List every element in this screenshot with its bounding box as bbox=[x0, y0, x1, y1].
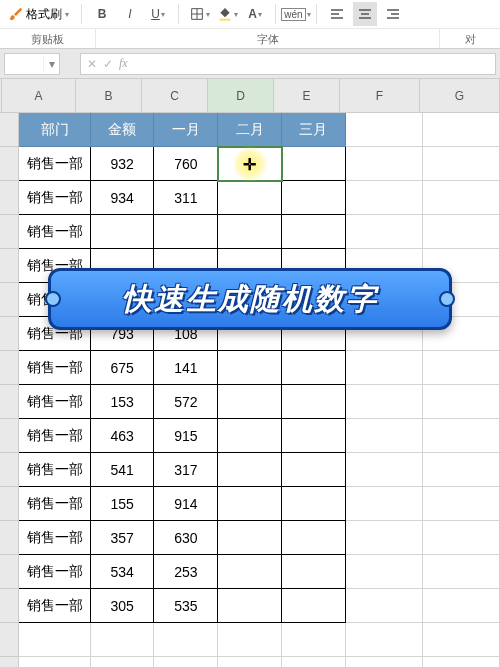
cell[interactable] bbox=[423, 215, 500, 249]
row-header[interactable] bbox=[0, 147, 19, 181]
cell[interactable] bbox=[346, 487, 423, 521]
cell[interactable] bbox=[282, 351, 346, 385]
cell[interactable] bbox=[91, 623, 155, 657]
cell[interactable]: 534 bbox=[91, 555, 155, 589]
cell[interactable] bbox=[19, 657, 90, 667]
cell[interactable]: 317 bbox=[154, 453, 218, 487]
cell[interactable]: 销售一部 bbox=[19, 453, 90, 487]
cell[interactable] bbox=[282, 385, 346, 419]
cell[interactable]: 销售一部 bbox=[19, 147, 90, 181]
cell[interactable]: 销售一部 bbox=[19, 487, 90, 521]
cell[interactable] bbox=[346, 181, 423, 215]
cell[interactable] bbox=[154, 623, 218, 657]
align-right-button[interactable] bbox=[381, 2, 405, 26]
cell[interactable] bbox=[282, 215, 346, 249]
accept-icon[interactable]: ✓ bbox=[103, 57, 113, 71]
cell[interactable]: 销售一部 bbox=[19, 385, 90, 419]
cell[interactable] bbox=[423, 147, 500, 181]
column-header-B[interactable]: B bbox=[76, 79, 142, 113]
cell[interactable] bbox=[282, 589, 346, 623]
cell[interactable] bbox=[423, 113, 500, 147]
cell[interactable] bbox=[346, 453, 423, 487]
row-header[interactable] bbox=[0, 623, 19, 657]
row-header[interactable] bbox=[0, 249, 19, 283]
cell[interactable] bbox=[423, 589, 500, 623]
cell[interactable] bbox=[218, 181, 282, 215]
cell[interactable] bbox=[423, 657, 500, 667]
cell[interactable]: 357 bbox=[91, 521, 155, 555]
column-header-E[interactable]: E bbox=[274, 79, 340, 113]
cell[interactable]: 销售一部 bbox=[19, 555, 90, 589]
column-header-C[interactable]: C bbox=[142, 79, 208, 113]
cell[interactable]: 253 bbox=[154, 555, 218, 589]
cell[interactable] bbox=[423, 385, 500, 419]
cell[interactable] bbox=[218, 623, 282, 657]
cell[interactable] bbox=[282, 419, 346, 453]
cancel-icon[interactable]: ✕ bbox=[87, 57, 97, 71]
cell[interactable]: 675 bbox=[91, 351, 155, 385]
cell[interactable]: 金额 bbox=[91, 113, 155, 147]
cell[interactable] bbox=[346, 589, 423, 623]
row-header[interactable] bbox=[0, 113, 19, 147]
cell[interactable]: 535 bbox=[154, 589, 218, 623]
row-header[interactable] bbox=[0, 453, 19, 487]
cell[interactable] bbox=[282, 181, 346, 215]
cell[interactable]: 三月 bbox=[282, 113, 346, 147]
cell[interactable] bbox=[154, 657, 218, 667]
row-header[interactable] bbox=[0, 283, 19, 317]
cell[interactable]: 572 bbox=[154, 385, 218, 419]
cell[interactable]: 932 bbox=[91, 147, 155, 181]
cell[interactable] bbox=[282, 555, 346, 589]
cell[interactable]: ✛ bbox=[218, 147, 282, 181]
cell[interactable] bbox=[423, 487, 500, 521]
row-header[interactable] bbox=[0, 589, 19, 623]
cell[interactable] bbox=[282, 453, 346, 487]
cell[interactable] bbox=[282, 657, 346, 667]
column-header-A[interactable]: A bbox=[2, 79, 76, 113]
cell[interactable]: 销售一部 bbox=[19, 419, 90, 453]
column-header-D[interactable]: D bbox=[208, 79, 274, 113]
bold-button[interactable]: B bbox=[90, 2, 114, 26]
align-left-button[interactable] bbox=[325, 2, 349, 26]
cell[interactable]: 305 bbox=[91, 589, 155, 623]
cell[interactable] bbox=[346, 521, 423, 555]
cell[interactable] bbox=[218, 419, 282, 453]
format-painter-button[interactable]: 格式刷 ▾ bbox=[4, 2, 73, 26]
cell[interactable] bbox=[218, 589, 282, 623]
cell[interactable]: 311 bbox=[154, 181, 218, 215]
cell[interactable] bbox=[154, 215, 218, 249]
row-header[interactable] bbox=[0, 351, 19, 385]
cell[interactable] bbox=[91, 657, 155, 667]
cell[interactable] bbox=[19, 623, 90, 657]
align-center-button[interactable] bbox=[353, 2, 377, 26]
cell[interactable]: 760 bbox=[154, 147, 218, 181]
row-header[interactable] bbox=[0, 317, 19, 351]
cell[interactable] bbox=[218, 215, 282, 249]
cell[interactable] bbox=[218, 385, 282, 419]
cell[interactable]: 销售一部 bbox=[19, 215, 90, 249]
cell[interactable] bbox=[218, 453, 282, 487]
cell[interactable] bbox=[346, 215, 423, 249]
fx-icon[interactable]: fx bbox=[119, 56, 128, 71]
cell[interactable]: 141 bbox=[154, 351, 218, 385]
row-header[interactable] bbox=[0, 385, 19, 419]
fill-color-button[interactable]: ▾ bbox=[215, 2, 239, 26]
row-header[interactable] bbox=[0, 419, 19, 453]
cell[interactable]: 部门 bbox=[19, 113, 90, 147]
name-box-input[interactable] bbox=[5, 57, 43, 71]
cell[interactable]: 463 bbox=[91, 419, 155, 453]
cell[interactable]: 二月 bbox=[218, 113, 282, 147]
cell[interactable] bbox=[346, 147, 423, 181]
cell[interactable]: 914 bbox=[154, 487, 218, 521]
phonetic-button[interactable]: wén▾ bbox=[284, 2, 308, 26]
underline-button[interactable]: U▾ bbox=[146, 2, 170, 26]
formula-input[interactable] bbox=[134, 57, 489, 71]
name-box[interactable]: ▾ bbox=[4, 53, 60, 75]
cell[interactable]: 销售一部 bbox=[19, 521, 90, 555]
name-box-dropdown[interactable]: ▾ bbox=[43, 57, 59, 71]
row-header[interactable] bbox=[0, 555, 19, 589]
cell[interactable] bbox=[423, 623, 500, 657]
cell[interactable] bbox=[218, 351, 282, 385]
cell[interactable] bbox=[346, 385, 423, 419]
cell[interactable] bbox=[346, 623, 423, 657]
